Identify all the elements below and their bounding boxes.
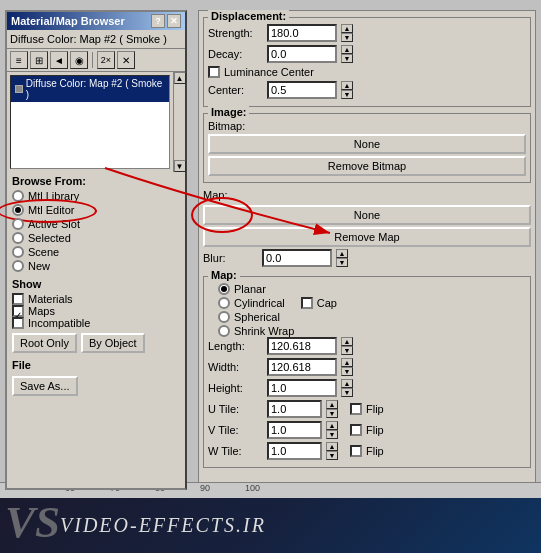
radio-selected[interactable]: Selected xyxy=(12,232,180,244)
blur-up[interactable]: ▲ xyxy=(336,249,348,258)
width-up[interactable]: ▲ xyxy=(341,358,353,367)
strength-input[interactable] xyxy=(267,24,337,42)
radio-cylindrical[interactable]: Cylindrical xyxy=(218,297,285,309)
bitmap-label: Bitmap: xyxy=(208,120,245,132)
radio-cylindrical-input[interactable] xyxy=(218,297,230,309)
luminance-check[interactable]: Luminance Center xyxy=(208,66,526,78)
decay-down[interactable]: ▼ xyxy=(341,54,353,63)
u-flip-input[interactable] xyxy=(350,403,362,415)
remove-map-button[interactable]: Remove Map xyxy=(203,227,531,247)
radio-mtl-editor-input[interactable] xyxy=(12,204,24,216)
center-up[interactable]: ▲ xyxy=(341,81,353,90)
list-view-btn[interactable]: ≡ xyxy=(10,51,28,69)
radio-mtl-library[interactable]: Mtl Library xyxy=(12,190,180,202)
scroll-down[interactable]: ▼ xyxy=(174,160,186,172)
check-cap[interactable]: Cap xyxy=(301,297,337,309)
radio-mtl-editor[interactable]: Mtl Editor xyxy=(12,204,180,216)
w-tile-down[interactable]: ▼ xyxy=(326,451,338,460)
v-flip-input[interactable] xyxy=(350,424,362,436)
check-incompatible[interactable]: Incompatible xyxy=(12,317,180,329)
width-down[interactable]: ▼ xyxy=(341,367,353,376)
check-maps-input[interactable] xyxy=(12,305,24,317)
radio-shrink-wrap[interactable]: Shrink Wrap xyxy=(218,325,294,337)
center-input[interactable] xyxy=(267,81,337,99)
v-tile-spinner[interactable]: ▲ ▼ xyxy=(326,421,338,439)
delete-btn[interactable]: ✕ xyxy=(117,51,135,69)
strength-down[interactable]: ▼ xyxy=(341,33,353,42)
u-tile-input[interactable] xyxy=(267,400,322,418)
blur-spinner[interactable]: ▲ ▼ xyxy=(336,249,348,267)
radio-shrink-wrap-input[interactable] xyxy=(218,325,230,337)
help-button[interactable]: ? xyxy=(151,14,165,28)
save-as-button[interactable]: Save As... xyxy=(12,376,78,396)
check-maps[interactable]: Maps xyxy=(12,305,180,317)
radio-scene[interactable]: Scene xyxy=(12,246,180,258)
file-label: File xyxy=(12,359,180,371)
radio-planar[interactable]: Planar xyxy=(218,283,266,295)
remove-bitmap-button[interactable]: Remove Bitmap xyxy=(208,156,526,176)
radio-spherical-input[interactable] xyxy=(218,311,230,323)
w-flip-input[interactable] xyxy=(350,445,362,457)
scroll-up[interactable]: ▲ xyxy=(174,72,186,84)
btn2[interactable]: 2× xyxy=(97,51,115,69)
decay-up[interactable]: ▲ xyxy=(341,45,353,54)
root-only-button[interactable]: Root Only xyxy=(12,333,77,353)
back-btn[interactable]: ◄ xyxy=(50,51,68,69)
blur-down[interactable]: ▼ xyxy=(336,258,348,267)
none-bitmap-button[interactable]: None xyxy=(208,134,526,154)
check-materials[interactable]: Materials xyxy=(12,293,180,305)
w-tile-up[interactable]: ▲ xyxy=(326,442,338,451)
v-tile-down[interactable]: ▼ xyxy=(326,430,338,439)
tree-item-diffuse[interactable]: Diffuse Color: Map #2 ( Smoke ) xyxy=(11,76,169,102)
center-down[interactable]: ▼ xyxy=(341,90,353,99)
check-materials-input[interactable] xyxy=(12,293,24,305)
radio-spherical[interactable]: Spherical xyxy=(218,311,280,323)
u-tile-down[interactable]: ▼ xyxy=(326,409,338,418)
map-type-title: Map: xyxy=(208,269,240,281)
radio-new[interactable]: New xyxy=(12,260,180,272)
v-tile-up[interactable]: ▲ xyxy=(326,421,338,430)
u-tile-label: U Tile: xyxy=(208,403,263,415)
center-spinner[interactable]: ▲ ▼ xyxy=(341,81,353,99)
height-down[interactable]: ▼ xyxy=(341,388,353,397)
strength-spinner[interactable]: ▲ ▼ xyxy=(341,24,353,42)
u-tile-up[interactable]: ▲ xyxy=(326,400,338,409)
globe-btn[interactable]: ◉ xyxy=(70,51,88,69)
browser-header: Diffuse Color: Map #2 ( Smoke ) xyxy=(7,30,185,49)
shrink-wrap-row: Shrink Wrap xyxy=(218,325,526,337)
length-up[interactable]: ▲ xyxy=(341,337,353,346)
height-input[interactable] xyxy=(267,379,337,397)
tree-scrollbar[interactable]: ▲ ▼ xyxy=(173,72,185,172)
strength-up[interactable]: ▲ xyxy=(341,24,353,33)
radio-new-input[interactable] xyxy=(12,260,24,272)
check-cap-label: Cap xyxy=(317,297,337,309)
length-input[interactable] xyxy=(267,337,337,355)
w-tile-spinner[interactable]: ▲ ▼ xyxy=(326,442,338,460)
blur-input[interactable] xyxy=(262,249,332,267)
close-button[interactable]: ✕ xyxy=(167,14,181,28)
icon-view-btn[interactable]: ⊞ xyxy=(30,51,48,69)
width-spinner[interactable]: ▲ ▼ xyxy=(341,358,353,376)
length-down[interactable]: ▼ xyxy=(341,346,353,355)
decay-spinner[interactable]: ▲ ▼ xyxy=(341,45,353,63)
w-tile-input[interactable] xyxy=(267,442,322,460)
radio-selected-input[interactable] xyxy=(12,232,24,244)
v-tile-input[interactable] xyxy=(267,421,322,439)
u-tile-spinner[interactable]: ▲ ▼ xyxy=(326,400,338,418)
length-spinner[interactable]: ▲ ▼ xyxy=(341,337,353,355)
luminance-input[interactable] xyxy=(208,66,220,78)
height-spinner[interactable]: ▲ ▼ xyxy=(341,379,353,397)
radio-active-slot[interactable]: Active Slot xyxy=(12,218,180,230)
radio-planar-input[interactable] xyxy=(218,283,230,295)
check-incompatible-label: Incompatible xyxy=(28,317,90,329)
width-input[interactable] xyxy=(267,358,337,376)
check-cap-input[interactable] xyxy=(301,297,313,309)
height-up[interactable]: ▲ xyxy=(341,379,353,388)
radio-mtl-library-input[interactable] xyxy=(12,190,24,202)
none-map-button[interactable]: None xyxy=(203,205,531,225)
radio-scene-input[interactable] xyxy=(12,246,24,258)
decay-input[interactable] xyxy=(267,45,337,63)
radio-active-slot-input[interactable] xyxy=(12,218,24,230)
check-incompatible-input[interactable] xyxy=(12,317,24,329)
by-object-button[interactable]: By Object xyxy=(81,333,145,353)
